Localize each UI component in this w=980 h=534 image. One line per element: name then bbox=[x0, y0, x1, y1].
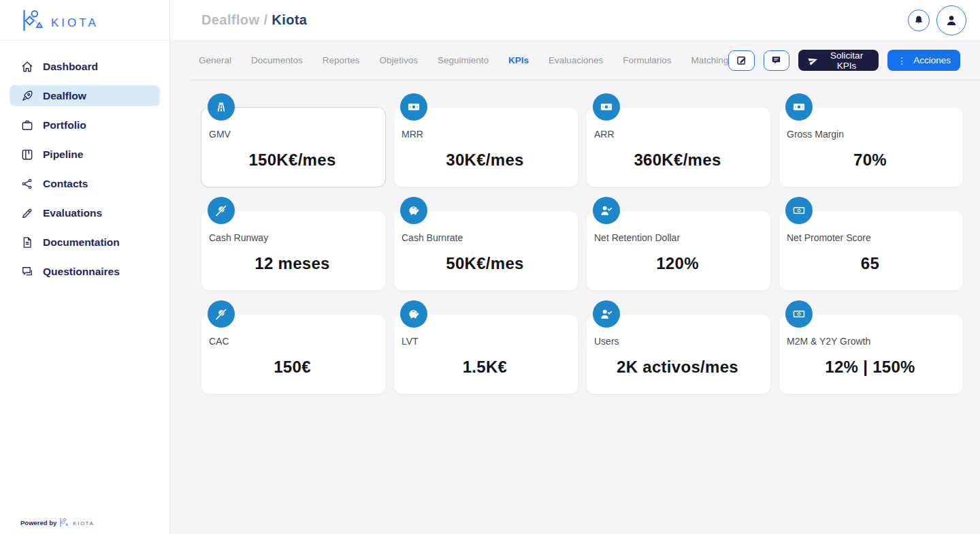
vertical-dots-icon: ⋮ bbox=[897, 55, 906, 66]
solicitar-kpis-label: Solicitar KPIs bbox=[824, 50, 869, 71]
tab-documentos[interactable]: Documentos bbox=[251, 55, 303, 65]
edit-button[interactable] bbox=[728, 50, 754, 71]
tab-reportes[interactable]: Reportes bbox=[323, 55, 360, 65]
send-icon bbox=[808, 55, 819, 66]
content-area: GeneralDocumentosReportesObjetivosSeguim… bbox=[170, 41, 980, 394]
kpi-cell-net-promoter-score: Net Promoter Score65 bbox=[779, 197, 964, 291]
banknote-icon bbox=[400, 93, 427, 121]
kpi-card-mrr[interactable]: MRR30K€/mes bbox=[393, 107, 578, 187]
kpi-value: 1.5K€ bbox=[402, 347, 568, 387]
user-check-icon bbox=[593, 300, 620, 328]
sidebar-item-dealflow[interactable]: Dealflow bbox=[10, 85, 160, 106]
kpi-label: Net Promoter Score bbox=[787, 232, 953, 243]
breadcrumb-section[interactable]: Dealflow / bbox=[201, 12, 267, 27]
acciones-button[interactable]: ⋮ Acciones bbox=[887, 50, 960, 71]
sidebar-item-label: Portfolio bbox=[43, 119, 86, 131]
sidebar-item-pipeline[interactable]: Pipeline bbox=[10, 144, 160, 165]
kpi-card-gross-margin[interactable]: Gross Margin70% bbox=[779, 107, 964, 187]
sidebar-item-portfolio[interactable]: Portfolio bbox=[10, 114, 160, 136]
briefcase-icon bbox=[20, 119, 34, 132]
kpi-cell-cac: CAC150€ bbox=[201, 300, 386, 394]
kpi-value: 2K activos/mes bbox=[594, 347, 761, 387]
kpi-label: Cash Burnrate bbox=[402, 232, 568, 243]
kpi-value: 150€ bbox=[209, 347, 376, 387]
kpi-cell-m2m-y2y-growth: M2M & Y2Y Growth12% | 150% bbox=[779, 300, 964, 394]
kpi-card-gmv[interactable]: GMV150K€/mes bbox=[201, 107, 386, 187]
sidebar-item-label: Dashboard bbox=[43, 61, 98, 73]
kpi-card-cash-runway[interactable]: Cash Runway12 meses bbox=[201, 210, 386, 291]
breadcrumb-current: Kiota bbox=[272, 12, 307, 27]
sidebar-item-label: Pipeline bbox=[43, 148, 83, 161]
comments-button[interactable] bbox=[764, 50, 789, 71]
kpi-card-lvt[interactable]: LVT1.5K€ bbox=[393, 314, 578, 394]
kpi-card-net-retention-dollar[interactable]: Net Retention Dollar120% bbox=[586, 210, 771, 291]
rocket-icon bbox=[20, 89, 34, 103]
piggy-bank-icon bbox=[400, 197, 427, 224]
user-icon bbox=[944, 13, 959, 28]
kpi-card-arr[interactable]: ARR360K€/mes bbox=[586, 107, 771, 187]
kpi-label: GMV bbox=[209, 129, 376, 140]
tab-general[interactable]: General bbox=[199, 55, 231, 65]
kpi-card-cac[interactable]: CAC150€ bbox=[201, 314, 386, 394]
tab-objetivos[interactable]: Objetivos bbox=[380, 55, 418, 65]
pencil-icon bbox=[20, 206, 34, 220]
powered-by-brand: KIOTA bbox=[73, 520, 94, 527]
road-icon bbox=[208, 93, 235, 121]
notifications-button[interactable] bbox=[908, 10, 930, 31]
home-icon bbox=[20, 60, 34, 74]
sidebar-item-contacts[interactable]: Contacts bbox=[10, 173, 160, 194]
sidebar-item-dashboard[interactable]: Dashboard bbox=[10, 56, 160, 77]
kpi-label: Cash Runway bbox=[209, 232, 376, 243]
kpi-label: MRR bbox=[402, 129, 568, 140]
kpi-label: Net Retention Dollar bbox=[594, 232, 761, 243]
kpi-card-users[interactable]: Users2K activos/mes bbox=[586, 314, 771, 394]
tab-seguimiento[interactable]: Seguimiento bbox=[438, 55, 489, 65]
brand-logo[interactable]: KIOTA bbox=[0, 0, 169, 41]
sidebar-item-label: Questionnaires bbox=[43, 266, 120, 278]
piggy-bank-icon bbox=[400, 300, 427, 328]
kpi-cell-users: Users2K activos/mes bbox=[586, 300, 771, 394]
kpi-cell-arr: ARR360K€/mes bbox=[586, 93, 771, 187]
kpi-value: 65 bbox=[787, 243, 953, 283]
kpi-cell-gmv: GMV150K€/mes bbox=[201, 93, 386, 187]
brand-name: KIOTA bbox=[51, 16, 99, 30]
topbar-actions bbox=[908, 5, 966, 35]
sidebar-nav: DashboardDealflowPortfolioPipelineContac… bbox=[0, 41, 169, 518]
chat-square-icon bbox=[20, 265, 34, 279]
kpi-card-net-promoter-score[interactable]: Net Promoter Score65 bbox=[779, 210, 964, 291]
kpi-card-m2m-y2y-growth[interactable]: M2M & Y2Y Growth12% | 150% bbox=[779, 314, 964, 394]
kpi-value: 50K€/mes bbox=[402, 243, 568, 283]
kanban-icon bbox=[20, 148, 34, 161]
kpi-grid: GMV150K€/mesMRR30K€/mesARR360K€/mesGross… bbox=[170, 80, 980, 394]
sidebar: KIOTA DashboardDealflowPortfolioPipeline… bbox=[0, 0, 170, 534]
user-menu-button[interactable] bbox=[936, 5, 966, 35]
banknote-outline-icon bbox=[785, 300, 813, 328]
sidebar-item-label: Evaluations bbox=[43, 207, 102, 219]
kpi-value: 70% bbox=[787, 140, 953, 180]
sidebar-item-label: Contacts bbox=[43, 178, 88, 190]
kpi-card-cash-burnrate[interactable]: Cash Burnrate50K€/mes bbox=[393, 210, 578, 291]
document-icon bbox=[20, 236, 34, 249]
banknote-icon bbox=[593, 93, 620, 121]
money-off-icon bbox=[208, 300, 235, 328]
edit-icon bbox=[736, 54, 747, 66]
tab-kpis[interactable]: KPIs bbox=[508, 55, 529, 65]
kpi-label: CAC bbox=[209, 336, 376, 347]
banknote-outline-icon bbox=[785, 197, 813, 224]
kpi-cell-cash-burnrate: Cash Burnrate50K€/mes bbox=[393, 197, 578, 291]
kpi-cell-gross-margin: Gross Margin70% bbox=[779, 93, 964, 187]
chat-icon bbox=[770, 54, 782, 66]
sidebar-item-documentation[interactable]: Documentation bbox=[10, 232, 160, 253]
tab-evaluaciones[interactable]: Evaluaciones bbox=[549, 55, 603, 65]
topbar: Dealflow /Kiota bbox=[170, 0, 980, 41]
tab-matching[interactable]: Matching bbox=[691, 55, 729, 65]
sidebar-item-evaluations[interactable]: Evaluations bbox=[10, 202, 160, 223]
powered-by: Powered by KIOTA bbox=[0, 518, 169, 534]
sidebar-item-questionnaires[interactable]: Questionnaires bbox=[10, 261, 160, 282]
kpi-value: 12 meses bbox=[209, 243, 376, 283]
bell-icon bbox=[913, 14, 925, 27]
solicitar-kpis-button[interactable]: Solicitar KPIs bbox=[798, 50, 879, 71]
kpi-value: 30K€/mes bbox=[402, 140, 568, 180]
kpi-value: 12% | 150% bbox=[787, 347, 953, 387]
tab-formularios[interactable]: Formularios bbox=[623, 55, 671, 65]
